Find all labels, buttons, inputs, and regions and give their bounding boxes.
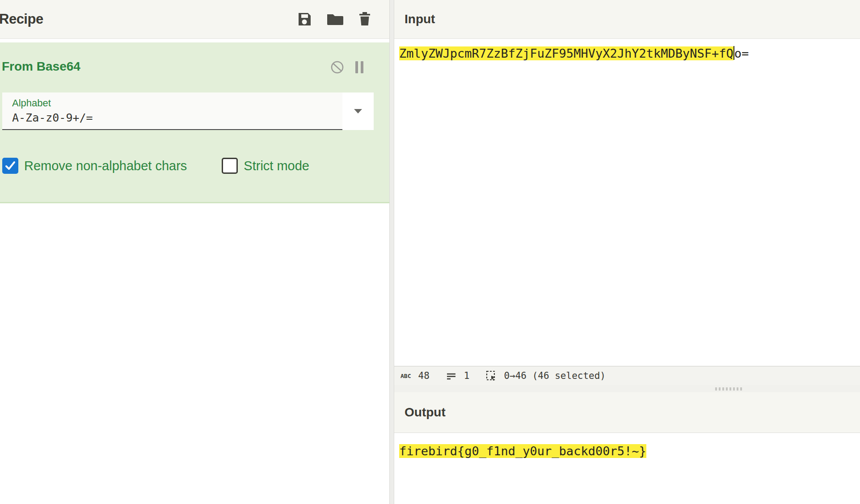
alphabet-field[interactable]: Alphabet A-Za-z0-9+/= [2,92,342,130]
checkbox-strict[interactable] [222,158,238,174]
output-header: Output [394,392,860,433]
line-count-value: 1 [464,370,470,381]
recipe-title: Recipe [0,11,43,27]
input-status-bar: ABC 48 1 0→46 (46 selected) [394,366,860,385]
alphabet-label: Alphabet [12,97,342,109]
save-recipe-icon[interactable] [295,10,313,28]
operation-from-base64[interactable]: From Base64 Alphabet A-Za-z0-9+/= [0,42,389,203]
input-textarea[interactable]: ZmlyZWJpcmR7ZzBfZjFuZF95MHVyX2JhY2tkMDBy… [394,39,860,366]
disable-operation-icon[interactable] [330,60,344,76]
char-count-icon: ABC [400,373,411,379]
input-tail-text: o= [734,46,749,60]
output-text: firebird{g0_f1nd_y0ur_backd00r5!~} [399,444,646,458]
operation-name: From Base64 [2,59,80,74]
output-title: Output [405,405,446,420]
checkbox-strict-label[interactable]: Strict mode [244,159,309,173]
clear-recipe-trash-icon[interactable] [356,10,373,28]
checkmark-icon [4,160,17,172]
input-title: Input [405,12,435,26]
drag-handle-icon[interactable] [715,387,743,391]
alphabet-dropdown-button[interactable] [342,92,374,130]
io-resize-gutter[interactable] [394,385,860,392]
char-count-value: 48 [418,370,429,381]
checkbox-remove-label[interactable]: Remove non-alphabet chars [24,159,187,173]
checkbox-remove[interactable] [2,158,18,174]
breakpoint-pause-icon[interactable] [354,60,365,76]
recipe-header: Recipe [0,0,389,39]
line-count-icon [446,370,457,381]
load-recipe-folder-icon[interactable] [325,10,345,28]
chevron-down-icon [354,109,362,113]
recipe-panel: Recipe [0,0,389,504]
input-selected-text: ZmlyZWJpcmR7ZzBfZjFuZF95MHVyX2JhY2tkMDBy… [399,46,734,60]
panel-resize-divider[interactable] [389,0,394,504]
selection-range-text: 0→46 (46 selected) [504,370,606,381]
selection-icon [485,370,497,382]
alphabet-value[interactable]: A-Za-z0-9+/= [12,111,342,124]
io-panel: Input ZmlyZWJpcmR7ZzBfZjFuZF95MHVyX2JhY2… [394,0,860,504]
output-textarea[interactable]: firebird{g0_f1nd_y0ur_backd00r5!~} [394,433,860,504]
input-header: Input [394,0,860,39]
